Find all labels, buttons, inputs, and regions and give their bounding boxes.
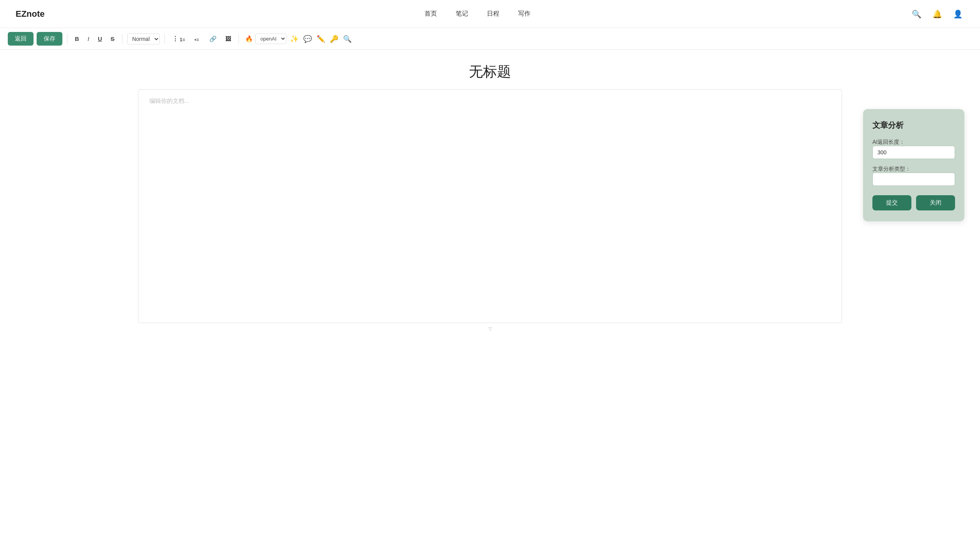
image-button[interactable]: 🖼: [223, 34, 234, 44]
ordered-list-icon: ⋮: [172, 35, 178, 42]
editor-area[interactable]: 编辑你的文档...: [138, 89, 842, 323]
magnify-icon: 🔍: [343, 35, 352, 43]
nav-icons: 🔍 🔔 👤: [910, 8, 964, 20]
search-icon: 🔍: [912, 10, 922, 18]
ai-bubble-button[interactable]: 💬: [302, 34, 313, 44]
bold-button[interactable]: B: [72, 34, 82, 44]
scroll-indicator: ▽: [488, 326, 492, 332]
analysis-type-input[interactable]: [872, 173, 955, 186]
toolbar-divider-4: [239, 34, 239, 44]
ai-search-button[interactable]: 🔍: [342, 34, 353, 44]
panel-buttons: 提交 关闭: [872, 195, 955, 210]
main-content: 无标题 编辑你的文档... ▽: [0, 50, 980, 545]
submit-button[interactable]: 提交: [872, 195, 911, 210]
ai-provider-select[interactable]: openAI Claude Gemini: [255, 34, 287, 44]
user-button[interactable]: 👤: [952, 8, 964, 20]
svg-text:1≡: 1≡: [180, 37, 185, 42]
heading-select[interactable]: Normal H1 H2 H3 H4: [127, 34, 160, 44]
svg-text:•≡: •≡: [195, 37, 199, 42]
logo: EZnote: [16, 9, 45, 19]
save-button[interactable]: 保存: [37, 32, 62, 46]
italic-button[interactable]: I: [85, 34, 92, 44]
ordered-list-button[interactable]: ⋮ 1≡: [170, 33, 189, 44]
toolbar-divider-3: [165, 34, 165, 44]
chat-bubble-icon: 💬: [303, 35, 312, 43]
bell-icon: 🔔: [932, 10, 942, 18]
analysis-type-label: 文章分析类型：: [872, 166, 911, 172]
analysis-panel: 文章分析 AI返回长度： 文章分析类型： 提交 关闭: [863, 109, 964, 221]
pencil-icon: ✏️: [317, 35, 325, 43]
image-icon: 🖼: [225, 35, 231, 42]
editor-placeholder: 编辑你的文档...: [149, 97, 831, 105]
search-button[interactable]: 🔍: [910, 8, 923, 20]
nav-notes[interactable]: 笔记: [456, 10, 468, 18]
nav-home[interactable]: 首页: [425, 10, 437, 18]
ai-key-button[interactable]: 🔑: [329, 34, 340, 44]
toolbar-divider-1: [67, 34, 67, 44]
ai-pencil-button[interactable]: ✏️: [315, 34, 326, 44]
ai-stars-button[interactable]: ✨: [289, 34, 300, 44]
ai-length-input[interactable]: [872, 146, 955, 159]
fire-icon: 🔥: [245, 35, 253, 42]
toolbar: 返回 保存 B I U S Normal H1 H2 H3 H4 ⋮ 1≡ •≡…: [0, 28, 980, 50]
back-button[interactable]: 返回: [8, 32, 34, 46]
unordered-list-svg: •≡: [195, 36, 201, 42]
unordered-list-button[interactable]: •≡: [192, 33, 203, 44]
ai-section: 🔥 openAI Claude Gemini ✨ 💬 ✏️ 🔑 🔍: [245, 34, 353, 44]
close-button[interactable]: 关闭: [916, 195, 955, 210]
bell-button[interactable]: 🔔: [931, 8, 944, 20]
nav-writing[interactable]: 写作: [518, 10, 531, 18]
underline-button[interactable]: U: [95, 34, 105, 44]
panel-title: 文章分析: [872, 120, 955, 131]
user-icon: 👤: [953, 10, 963, 18]
document-title[interactable]: 无标题: [8, 62, 972, 81]
nav-schedule[interactable]: 日程: [487, 10, 499, 18]
stars-icon: ✨: [290, 35, 299, 43]
link-icon: 🔗: [209, 35, 217, 42]
toolbar-divider-2: [122, 34, 122, 44]
nav: 首页 笔记 日程 写作: [425, 10, 531, 18]
header: EZnote 首页 笔记 日程 写作 🔍 🔔 👤: [0, 0, 980, 28]
link-button[interactable]: 🔗: [207, 34, 219, 44]
key-icon: 🔑: [330, 35, 338, 43]
strikethrough-button[interactable]: S: [108, 34, 117, 44]
ai-length-label: AI返回长度：: [872, 139, 905, 145]
ordered-list-svg: 1≡: [180, 36, 186, 42]
